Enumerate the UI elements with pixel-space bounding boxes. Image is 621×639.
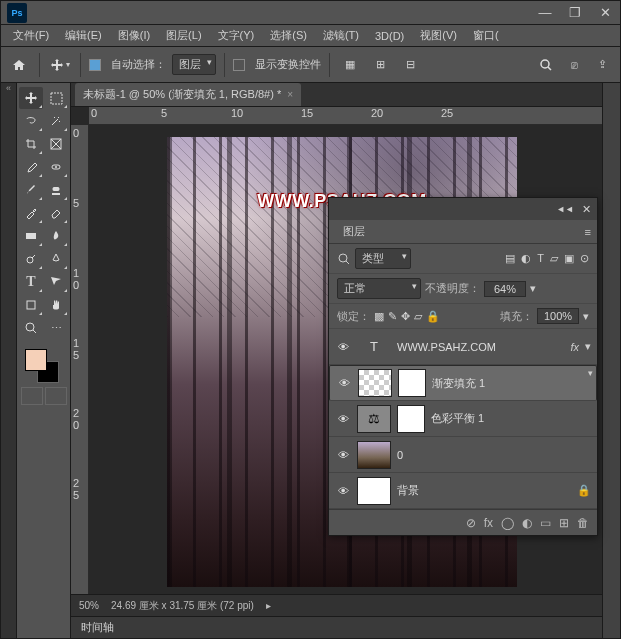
frame-tool[interactable] (44, 133, 68, 155)
search-icon[interactable] (534, 53, 558, 77)
menu-select[interactable]: 选择(S) (262, 25, 315, 46)
layer-row[interactable]: 👁 渐变填充 1 (329, 365, 597, 401)
show-transform-checkbox[interactable] (233, 59, 245, 71)
align-icon-3[interactable]: ⊟ (398, 53, 422, 77)
menu-image[interactable]: 图像(I) (110, 25, 158, 46)
menu-edit[interactable]: 编辑(E) (57, 25, 110, 46)
adjustment-icon[interactable]: ◐ (522, 516, 532, 530)
close-button[interactable]: ✕ (590, 1, 620, 25)
filter-adjust-icon[interactable]: ◐ (521, 252, 531, 265)
hand-tool[interactable] (44, 294, 68, 316)
trash-icon[interactable]: 🗑 (577, 516, 589, 530)
menu-filter[interactable]: 滤镜(T) (315, 25, 367, 46)
menu-view[interactable]: 视图(V) (412, 25, 465, 46)
maximize-button[interactable]: ❐ (560, 1, 590, 25)
layer-mask[interactable] (397, 405, 425, 433)
foreground-color[interactable] (25, 349, 47, 371)
ruler-horizontal[interactable]: 0510152025 (89, 107, 620, 125)
opacity-dropdown-icon[interactable]: ▾ (530, 282, 536, 295)
mask-icon[interactable]: ◯ (501, 516, 514, 530)
visibility-icon[interactable]: 👁 (335, 413, 351, 425)
filter-toggle-icon[interactable]: ⊙ (580, 252, 589, 265)
visibility-icon[interactable]: 👁 (335, 341, 351, 353)
move-tool-icon[interactable]: ▾ (48, 53, 72, 77)
status-arrow-icon[interactable]: ▸ (266, 600, 271, 611)
shape-tool[interactable] (19, 294, 43, 316)
zoom-tool[interactable] (19, 317, 43, 339)
opacity-input[interactable]: 64% (484, 281, 526, 297)
fill-input[interactable]: 100% (537, 308, 579, 324)
align-icon-2[interactable]: ⊞ (368, 53, 392, 77)
visibility-icon[interactable]: 👁 (335, 485, 351, 497)
history-brush-tool[interactable] (19, 202, 43, 224)
layer-mask[interactable] (398, 369, 426, 397)
group-icon[interactable]: ▭ (540, 516, 551, 530)
lock-pixels-icon[interactable]: ▩ (374, 310, 384, 323)
minimize-button[interactable]: — (530, 1, 560, 25)
filter-smart-icon[interactable]: ▣ (564, 252, 574, 265)
panel-menu-icon[interactable]: ≡ (585, 226, 591, 238)
menu-window[interactable]: 窗口( (465, 25, 507, 46)
quick-mask-icon[interactable] (21, 387, 43, 405)
fill-dropdown-icon[interactable]: ▾ (583, 310, 589, 323)
link-layers-icon[interactable]: ⊘ (466, 516, 476, 530)
filter-shape-icon[interactable]: ▱ (550, 252, 558, 265)
auto-select-checkbox[interactable] (89, 59, 101, 71)
screen-mode-tool[interactable] (45, 387, 67, 405)
close-panel-icon[interactable]: ✕ (582, 203, 591, 216)
filter-image-icon[interactable]: ▤ (505, 252, 515, 265)
crop-tool[interactable] (19, 133, 43, 155)
eyedropper-tool[interactable] (19, 156, 43, 178)
brush-tool[interactable] (19, 179, 43, 201)
menu-3d[interactable]: 3D(D) (367, 27, 412, 45)
collapse-panel-icon[interactable]: ◄◄ (556, 204, 574, 214)
heal-tool[interactable] (44, 156, 68, 178)
stamp-tool[interactable] (44, 179, 68, 201)
filter-text-icon[interactable]: T (537, 252, 544, 265)
marquee-tool[interactable] (44, 87, 68, 109)
wand-tool[interactable] (44, 110, 68, 132)
layers-tab[interactable]: 图层 (335, 220, 373, 243)
document-tab[interactable]: 未标题-1 @ 50% (渐变填充 1, RGB/8#) * × (75, 83, 301, 106)
fx-icon[interactable]: fx (484, 516, 493, 530)
blur-tool[interactable] (44, 225, 68, 247)
dodge-tool[interactable] (19, 248, 43, 270)
gradient-tool[interactable] (19, 225, 43, 247)
move-tool[interactable] (19, 87, 43, 109)
more-tools[interactable]: ⋯ (44, 317, 68, 339)
pen-tool[interactable] (44, 248, 68, 270)
search-icon[interactable] (337, 252, 351, 266)
menu-type[interactable]: 文字(Y) (210, 25, 263, 46)
path-tool[interactable] (44, 271, 68, 293)
zoom-level[interactable]: 50% (79, 600, 99, 611)
layer-row[interactable]: 👁 T WWW.PSAHZ.COM fx▾ (329, 329, 597, 365)
blend-mode-dropdown[interactable]: 正常 (337, 278, 421, 299)
layer-row[interactable]: 👁 0 (329, 437, 597, 473)
lasso-tool[interactable] (19, 110, 43, 132)
layer-row[interactable]: 👁 ⚖ 色彩平衡 1 (329, 401, 597, 437)
share-icon[interactable]: ⇪ (590, 53, 614, 77)
auto-select-dropdown[interactable]: 图层 (172, 54, 216, 75)
filter-type-dropdown[interactable]: 类型 (355, 248, 411, 269)
color-swatches[interactable] (19, 347, 68, 381)
lock-brush-icon[interactable]: ✎ (388, 310, 397, 323)
timeline-panel[interactable]: 时间轴 ≡ (71, 616, 620, 638)
visibility-icon[interactable]: 👁 (335, 449, 351, 461)
ruler-vertical[interactable]: 051 01 52 02 5 (71, 125, 89, 594)
visibility-icon[interactable]: 👁 (336, 377, 352, 389)
menu-file[interactable]: 文件(F) (5, 25, 57, 46)
home-icon[interactable] (7, 53, 31, 77)
eraser-tool[interactable] (44, 202, 68, 224)
menu-layer[interactable]: 图层(L) (158, 25, 209, 46)
fx-badge[interactable]: fx (570, 341, 579, 353)
close-tab-icon[interactable]: × (287, 89, 293, 100)
screen-mode-icon[interactable]: ⎚ (562, 53, 586, 77)
collapse-strip[interactable]: « (1, 83, 17, 638)
new-layer-icon[interactable]: ⊞ (559, 516, 569, 530)
type-tool[interactable]: T (19, 271, 43, 293)
lock-all-icon[interactable]: 🔒 (426, 310, 440, 323)
layer-row[interactable]: 👁 背景 🔒 (329, 473, 597, 509)
align-icon-1[interactable]: ▦ (338, 53, 362, 77)
right-sidebar[interactable] (602, 83, 620, 638)
lock-position-icon[interactable]: ✥ (401, 310, 410, 323)
